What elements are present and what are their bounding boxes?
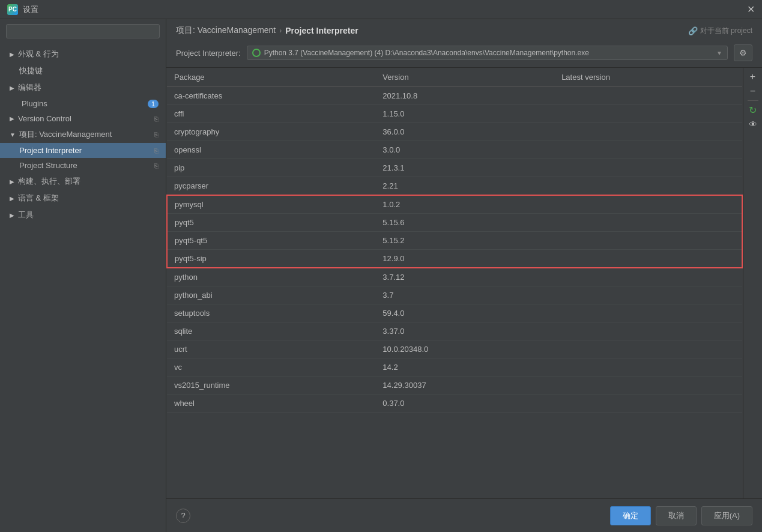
table-row[interactable]: cryptography36.0.0 (167, 123, 742, 141)
sidebar-item-version-control[interactable]: ▶ Version Control ⎘ (0, 111, 166, 126)
package-latest (554, 232, 742, 250)
title-bar-left: PC 设置 (7, 4, 38, 15)
table-row[interactable]: pyqt5-sip12.9.0 (167, 250, 742, 268)
package-name: cryptography (167, 123, 375, 141)
sidebar-item-keymap[interactable]: 快捷键 (0, 62, 166, 79)
sidebar: ▶ 外观 & 行为 快捷键 ▶ 编辑器 Plugins 1 ▶ Version … (0, 19, 166, 532)
interpreter-select[interactable]: Python 3.7 (VaccineManagement) (4) D:\An… (247, 46, 728, 60)
plugins-badge: 1 (148, 100, 159, 108)
sidebar-item-label: 快捷键 (19, 65, 43, 76)
table-row[interactable]: sqlite3.37.0 (167, 322, 742, 340)
copy-icon: ⎘ (154, 147, 159, 154)
sidebar-item-appearance[interactable]: ▶ 外观 & 行为 (0, 46, 166, 62)
package-version: 59.4.0 (375, 304, 554, 322)
dropdown-arrow-icon: ▼ (716, 50, 722, 56)
table-row[interactable]: wheel0.37.0 (167, 394, 742, 413)
confirm-button[interactable]: 确定 (610, 506, 651, 525)
search-input[interactable] (6, 24, 160, 38)
interpreter-value: Python 3.7 (VaccineManagement) (4) D:\An… (264, 49, 713, 57)
package-version: 36.0.0 (375, 123, 554, 141)
package-version: 5.15.2 (375, 232, 554, 250)
sidebar-item-editor[interactable]: ▶ 编辑器 (0, 79, 166, 96)
package-name: pycparser (167, 177, 375, 196)
table-row[interactable]: ca-certificates2021.10.8 (167, 87, 742, 105)
help-button[interactable]: ? (176, 509, 190, 523)
sidebar-item-label: Project Interpreter (19, 146, 82, 155)
package-name: vs2015_runtime (167, 376, 375, 394)
window-title: 设置 (23, 4, 38, 15)
sidebar-item-tools[interactable]: ▶ 工具 (0, 207, 166, 223)
package-name: python_abi (167, 286, 375, 304)
sidebar-item-label: Plugins (22, 99, 47, 108)
sidebar-item-project[interactable]: ▼ 项目: VaccineManagement ⎘ (0, 126, 166, 143)
interpreter-label: Project Interpreter: (176, 49, 241, 58)
package-latest (554, 340, 742, 358)
table-row[interactable]: vs2015_runtime14.29.30037 (167, 376, 742, 394)
apply-button[interactable]: 应用(A) (701, 506, 752, 525)
package-latest (554, 195, 742, 214)
table-row[interactable]: vc14.2 (167, 358, 742, 376)
package-latest (554, 105, 742, 123)
sidebar-items: ▶ 外观 & 行为 快捷键 ▶ 编辑器 Plugins 1 ▶ Version … (0, 43, 166, 532)
table-row[interactable]: python3.7.12 (167, 268, 742, 286)
table-row[interactable]: ucrt10.0.20348.0 (167, 340, 742, 358)
breadcrumb: 项目: VaccineManagement › Project Interpre… (166, 19, 762, 41)
sidebar-item-label: Project Structure (19, 161, 77, 170)
table-row[interactable]: pycparser2.21 (167, 177, 742, 196)
sidebar-item-label: 构建、执行、部署 (18, 176, 80, 187)
sidebar-item-label: Version Control (18, 114, 71, 123)
col-version: Version (375, 68, 554, 87)
table-header: Package Version Latest version (167, 68, 742, 87)
package-latest (554, 286, 742, 304)
close-button[interactable]: ✕ (747, 5, 755, 14)
sidebar-item-label: 语言 & 框架 (18, 193, 59, 204)
table-row[interactable]: pyqt55.15.6 (167, 214, 742, 232)
table-row[interactable]: pyqt5-qt55.15.2 (167, 232, 742, 250)
package-version: 10.0.20348.0 (375, 340, 554, 358)
package-name: wheel (167, 394, 375, 413)
package-tbody: ca-certificates2021.10.8cffi1.15.0crypto… (167, 87, 742, 413)
sidebar-item-project-structure[interactable]: Project Structure ⎘ (0, 158, 166, 173)
package-version: 0.37.0 (375, 394, 554, 413)
package-latest (554, 268, 742, 286)
breadcrumb-project[interactable]: 项目: VaccineManagement (176, 25, 276, 36)
package-latest (554, 304, 742, 322)
arrow-icon: ▶ (10, 195, 14, 202)
package-version: 5.15.6 (375, 214, 554, 232)
table-row[interactable]: pymysql1.0.2 (167, 195, 742, 214)
package-name: cffi (167, 105, 375, 123)
package-version: 1.15.0 (375, 105, 554, 123)
package-version: 2021.10.8 (375, 87, 554, 105)
sidebar-item-language[interactable]: ▶ 语言 & 框架 (0, 190, 166, 207)
table-row[interactable]: setuptools59.4.0 (167, 304, 742, 322)
copy-icon: ⎘ (154, 115, 159, 122)
refresh-button[interactable]: ↻ (746, 103, 760, 116)
package-table: Package Version Latest version ca-certif… (166, 68, 743, 413)
sidebar-item-plugins[interactable]: Plugins 1 (0, 96, 166, 111)
package-latest (554, 250, 742, 268)
package-version: 2.21 (375, 177, 554, 196)
package-latest (554, 322, 742, 340)
table-row[interactable]: cffi1.15.0 (167, 105, 742, 123)
interpreter-row: Project Interpreter: Python 3.7 (Vaccine… (166, 41, 762, 68)
package-latest (554, 141, 742, 159)
col-latest: Latest version (554, 68, 742, 87)
copy-icon: ⎘ (154, 162, 159, 169)
main-container: ▶ 外观 & 行为 快捷键 ▶ 编辑器 Plugins 1 ▶ Version … (0, 19, 762, 532)
sidebar-item-build[interactable]: ▶ 构建、执行、部署 (0, 173, 166, 190)
table-row[interactable]: pip21.3.1 (167, 159, 742, 177)
breadcrumb-current: Project Interpreter (285, 26, 358, 35)
eye-button[interactable]: 👁 (746, 118, 760, 131)
add-package-button[interactable]: + (746, 70, 760, 83)
python-icon (252, 49, 261, 57)
package-name: openssl (167, 141, 375, 159)
arrow-icon: ▶ (10, 85, 14, 91)
table-row[interactable]: python_abi3.7 (167, 286, 742, 304)
gear-button[interactable]: ⚙ (734, 44, 752, 61)
cancel-button[interactable]: 取消 (656, 506, 697, 525)
table-row[interactable]: openssl3.0.0 (167, 141, 742, 159)
package-latest (554, 214, 742, 232)
remove-package-button[interactable]: − (746, 85, 760, 98)
action-divider (748, 100, 758, 101)
sidebar-item-project-interpreter[interactable]: Project Interpreter ⎘ (0, 143, 166, 158)
